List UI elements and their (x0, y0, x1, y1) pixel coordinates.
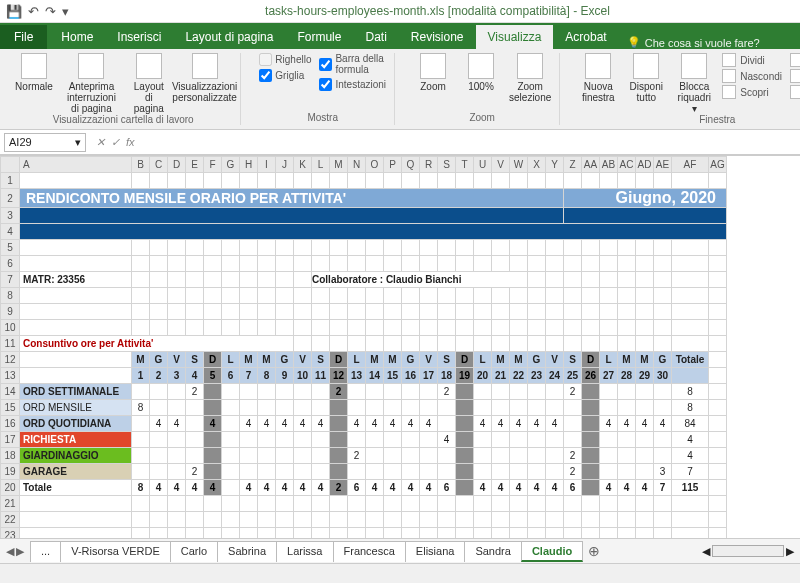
cell[interactable] (709, 432, 727, 448)
column-header[interactable]: L (312, 157, 330, 173)
cell[interactable] (636, 256, 654, 272)
cell[interactable] (528, 448, 546, 464)
cell[interactable] (600, 528, 618, 539)
cell[interactable]: 7 (240, 368, 258, 384)
cell[interactable] (240, 320, 258, 336)
cell[interactable] (492, 512, 510, 528)
cell[interactable] (564, 240, 582, 256)
column-header[interactable] (1, 157, 20, 173)
cell[interactable] (456, 288, 474, 304)
cell[interactable]: 4 (528, 416, 546, 432)
cell[interactable] (240, 173, 258, 189)
cell[interactable] (636, 400, 654, 416)
cell[interactable] (420, 448, 438, 464)
cell[interactable] (474, 496, 492, 512)
cell[interactable] (168, 496, 186, 512)
column-header[interactable]: Q (402, 157, 420, 173)
column-header[interactable]: R (420, 157, 438, 173)
cell[interactable] (330, 464, 348, 480)
cell[interactable] (438, 173, 456, 189)
cell[interactable] (402, 240, 420, 256)
add-sheet-button[interactable]: ⊕ (588, 543, 600, 559)
cell[interactable] (294, 272, 312, 288)
cell[interactable] (654, 512, 672, 528)
cell[interactable] (186, 173, 204, 189)
cell[interactable] (132, 320, 150, 336)
cell[interactable] (456, 320, 474, 336)
cell[interactable] (312, 288, 330, 304)
cell[interactable] (240, 432, 258, 448)
cell[interactable] (186, 304, 204, 320)
cell[interactable] (528, 496, 546, 512)
cell[interactable] (492, 256, 510, 272)
cell[interactable] (258, 256, 276, 272)
cell[interactable] (564, 336, 582, 352)
cell[interactable] (384, 448, 402, 464)
cell[interactable] (276, 464, 294, 480)
cell[interactable] (150, 384, 168, 400)
cell[interactable] (150, 272, 168, 288)
cell[interactable] (672, 368, 709, 384)
cell[interactable] (582, 304, 600, 320)
tab-file[interactable]: File (0, 25, 47, 49)
cell[interactable] (618, 320, 636, 336)
new-window-button[interactable]: Nuova finestra (578, 53, 618, 103)
cell[interactable]: 3 (654, 464, 672, 480)
cell[interactable] (438, 400, 456, 416)
cell[interactable] (330, 304, 348, 320)
cell[interactable] (204, 400, 222, 416)
cell[interactable] (618, 288, 636, 304)
cell[interactable] (528, 320, 546, 336)
cell[interactable] (600, 496, 618, 512)
column-header[interactable]: P (384, 157, 402, 173)
cell[interactable] (168, 256, 186, 272)
cell[interactable] (366, 240, 384, 256)
cell[interactable] (168, 272, 186, 288)
cell[interactable]: 2 (564, 464, 582, 480)
qat-customize-icon[interactable]: ▾ (62, 4, 69, 19)
cell[interactable] (654, 336, 672, 352)
column-header[interactable]: AG (709, 157, 727, 173)
cell[interactable] (204, 528, 222, 539)
cell[interactable] (20, 304, 132, 320)
cell[interactable]: G (528, 352, 546, 368)
view-normal-button[interactable]: Normale (14, 53, 54, 92)
cell[interactable] (294, 448, 312, 464)
cell[interactable]: 6 (564, 480, 582, 496)
cell[interactable]: 4 (312, 416, 330, 432)
cell[interactable]: 4 (150, 480, 168, 496)
cell[interactable] (709, 336, 727, 352)
cell[interactable]: 4 (366, 480, 384, 496)
cell[interactable] (564, 416, 582, 432)
cell[interactable] (600, 448, 618, 464)
column-header[interactable]: M (330, 157, 348, 173)
cell[interactable] (564, 208, 727, 224)
cell[interactable]: ORD SETTIMANALE (20, 384, 132, 400)
cell[interactable] (528, 528, 546, 539)
cell[interactable] (168, 173, 186, 189)
cell[interactable] (564, 272, 582, 288)
cell[interactable] (492, 464, 510, 480)
cell[interactable] (528, 304, 546, 320)
cell[interactable]: 4 (672, 432, 709, 448)
cell[interactable] (330, 432, 348, 448)
cell[interactable] (186, 448, 204, 464)
cell[interactable] (618, 240, 636, 256)
cell[interactable] (366, 173, 384, 189)
cell[interactable] (654, 256, 672, 272)
cell[interactable] (258, 432, 276, 448)
cell[interactable]: M (384, 352, 402, 368)
cell[interactable] (402, 448, 420, 464)
cell[interactable] (636, 448, 654, 464)
split-button[interactable]: Dividi (722, 53, 782, 67)
row-header[interactable]: 13 (1, 368, 20, 384)
cell[interactable] (20, 224, 727, 240)
cell[interactable] (384, 512, 402, 528)
cell[interactable] (150, 496, 168, 512)
cell[interactable] (168, 512, 186, 528)
cell[interactable] (258, 173, 276, 189)
cell[interactable] (186, 416, 204, 432)
cell[interactable] (672, 173, 709, 189)
cell[interactable] (564, 288, 582, 304)
cell[interactable] (186, 496, 204, 512)
